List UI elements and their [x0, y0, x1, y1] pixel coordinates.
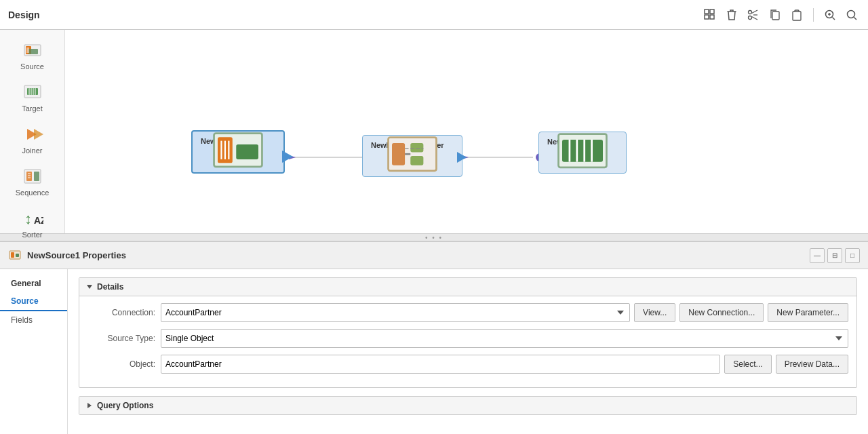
node-newtarget-title: NewTarget [547, 138, 618, 146]
target-icon [22, 81, 43, 103]
sidebar-item-sequence[interactable]: Sequence [5, 161, 60, 201]
connection-label: Connection: [87, 308, 155, 317]
node-newhierarchyparser-icon [371, 152, 390, 171]
sidebar-item-joiner[interactable]: Joiner [5, 119, 60, 159]
toolbar-separator [813, 8, 814, 22]
toolbar-icons [702, 7, 860, 23]
grid-icon[interactable] [702, 7, 718, 23]
node-newhierarchyparser[interactable]: NewHierarchyParser [362, 135, 462, 177]
trash-icon[interactable] [724, 7, 740, 23]
scissors-icon[interactable] [745, 7, 762, 23]
split-button[interactable]: ⊟ [827, 248, 842, 263]
details-body: Connection: AccountPartner View... New C… [79, 296, 856, 387]
connection-row: Connection: AccountPartner View... New C… [87, 303, 848, 322]
sidebar-item-joiner-label: Joiner [22, 146, 43, 155]
properties-body: General Source Fields Details Connection… [0, 269, 868, 434]
svg-rect-68 [16, 254, 19, 257]
svg-rect-1 [710, 9, 714, 14]
sidebar-item-sorter[interactable]: ↕ AZ Sorter [5, 203, 60, 243]
svg-rect-31 [26, 172, 32, 181]
node-newhierarchyparser-title: NewHierarchyParser [371, 141, 454, 149]
sidebar-item-sequence-label: Sequence [16, 189, 50, 197]
sidebar-item-sorter-label: Sorter [22, 231, 43, 239]
source-type-row: Source Type: Single Object [87, 329, 848, 348]
sequence-icon [22, 165, 43, 187]
query-options-header[interactable]: Query Options [79, 397, 856, 414]
joiner-icon [22, 123, 43, 145]
source-type-controls: Single Object [161, 329, 848, 348]
svg-marker-41 [289, 155, 296, 159]
search-icon[interactable] [844, 7, 860, 23]
source-type-label: Source Type: [87, 334, 155, 343]
node-newsource1-title: NewSource1 [201, 137, 275, 145]
source-type-select[interactable]: Single Object [161, 329, 848, 348]
object-row: Object: Select... Preview Data... [87, 355, 848, 374]
connection-select[interactable]: AccountPartner [161, 303, 630, 322]
properties-header: NewSource1 Properties — ⊟ □ [0, 242, 868, 269]
minimize-button[interactable]: — [810, 248, 825, 263]
nav-general: General [0, 275, 67, 292]
nav-fields[interactable]: Fields [0, 311, 67, 329]
svg-point-4 [749, 10, 752, 14]
new-connection-button[interactable]: New Connection... [679, 303, 764, 322]
sidebar: Source Target [0, 30, 65, 233]
properties-icon [8, 249, 22, 262]
details-collapse-icon [86, 283, 93, 290]
object-controls: Select... Preview Data... [161, 355, 848, 374]
select-button[interactable]: Select... [724, 355, 771, 374]
copy-icon[interactable] [767, 7, 783, 23]
svg-rect-56 [410, 156, 423, 165]
details-title: Details [97, 282, 123, 292]
node-newtarget-icon [547, 149, 566, 167]
connection-controls: AccountPartner View... New Connection...… [161, 303, 848, 322]
object-label: Object: [87, 359, 155, 369]
node-newsource1-icon [201, 148, 220, 167]
svg-text:AZ: AZ [34, 215, 43, 226]
properties-title: NewSource1 Properties [27, 250, 804, 260]
node-newtarget[interactable]: NewTarget [538, 132, 627, 174]
svg-marker-44 [462, 155, 469, 159]
svg-rect-67 [11, 252, 14, 258]
preview-data-button[interactable]: Preview Data... [776, 355, 848, 374]
view-button[interactable]: View... [634, 303, 675, 322]
query-options-title: Query Options [97, 401, 153, 410]
svg-rect-2 [705, 15, 709, 19]
sidebar-item-source[interactable]: Source [5, 35, 60, 75]
sorter-icon: ↕ AZ [22, 208, 43, 229]
sidebar-item-target[interactable]: Target [5, 77, 60, 117]
svg-rect-3 [710, 15, 714, 19]
object-input[interactable] [161, 355, 720, 374]
svg-rect-19 [28, 49, 38, 54]
svg-rect-9 [772, 12, 779, 20]
svg-marker-70 [87, 403, 92, 408]
properties-panel: NewSource1 Properties — ⊟ □ General Sour… [0, 241, 868, 434]
divider-dots: • • • [425, 234, 443, 241]
resize-divider[interactable]: • • • [0, 233, 868, 241]
query-options-section: Query Options [79, 396, 857, 415]
details-section: Details Connection: AccountPartner View.… [79, 277, 857, 388]
svg-line-7 [752, 16, 758, 20]
app-title: Design [8, 9, 702, 20]
svg-rect-32 [34, 172, 39, 181]
maximize-button[interactable]: □ [845, 248, 860, 263]
properties-header-actions: — ⊟ □ [810, 248, 860, 263]
svg-point-5 [749, 16, 752, 19]
top-bar: Design [0, 0, 868, 30]
sidebar-item-target-label: Target [22, 104, 43, 113]
sidebar-item-source-label: Source [20, 62, 44, 71]
details-header[interactable]: Details [79, 278, 856, 296]
node-newsource1[interactable]: NewSource1 [191, 130, 285, 174]
svg-line-14 [833, 17, 835, 20]
svg-text:↕: ↕ [24, 210, 32, 227]
new-parameter-button[interactable]: New Parameter... [768, 303, 848, 322]
clipboard-icon[interactable] [789, 7, 805, 23]
svg-rect-10 [793, 12, 801, 20]
nav-source[interactable]: Source [0, 292, 67, 311]
svg-marker-69 [87, 285, 92, 289]
canvas[interactable]: NewSource1 NewHierarchyParser [65, 30, 868, 233]
svg-marker-29 [34, 129, 43, 140]
properties-nav: General Source Fields [0, 269, 68, 434]
svg-line-6 [752, 10, 758, 14]
svg-rect-0 [705, 9, 709, 14]
zoom-in-icon[interactable] [822, 7, 838, 23]
